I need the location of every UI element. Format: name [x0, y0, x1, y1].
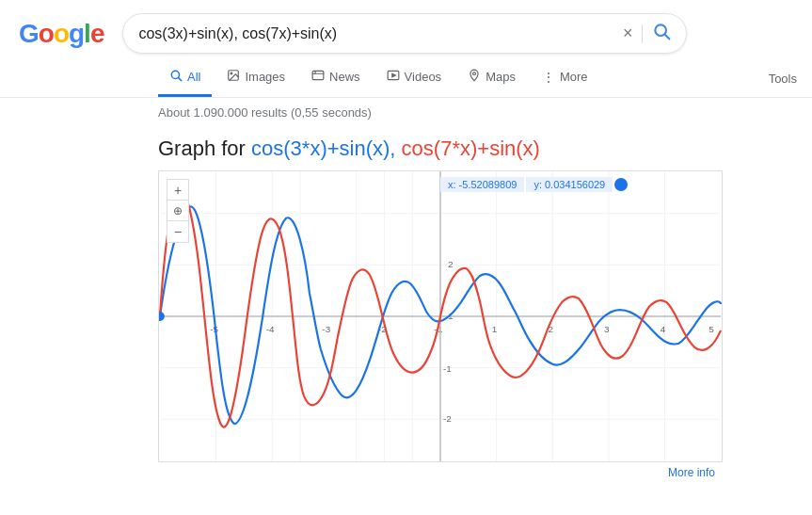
nav-item-maps[interactable]: Maps [456, 59, 527, 97]
svg-text:1: 1 [492, 324, 498, 334]
svg-text:5: 5 [709, 324, 714, 334]
svg-text:2: 2 [448, 259, 454, 269]
tooltip-dot [614, 178, 628, 191]
svg-text:-3: -3 [322, 324, 330, 334]
google-logo: Google [19, 19, 103, 49]
nav-item-videos[interactable]: Videos [375, 59, 454, 97]
search-bar-wrap: × [122, 13, 687, 54]
search-icon [169, 69, 183, 85]
main-content: Graph for cos(3*x)+sin(x), cos(7*x)+sin(… [0, 127, 812, 492]
tools-button[interactable]: Tools [754, 62, 812, 95]
graph-svg: -5 -4 -3 -2 -1 1 2 3 4 5 2 1 -1 -2 [159, 171, 722, 461]
logo-letter-l: l [84, 19, 90, 48]
search-button[interactable] [652, 22, 671, 45]
maps-icon [468, 69, 481, 85]
graph-func2: cos(7*x)+sin(x) [402, 137, 540, 160]
svg-text:-1: -1 [443, 363, 452, 374]
news-icon [311, 69, 325, 85]
nav-bar: All Images News Videos Maps ⋮ More Tools [0, 54, 812, 98]
clear-button[interactable]: × [623, 24, 633, 43]
logo-letter-o2: o [54, 19, 69, 48]
svg-point-11 [473, 72, 476, 75]
search-input[interactable] [138, 25, 613, 42]
graph-title-prefix: Graph for [158, 137, 251, 160]
svg-line-1 [665, 35, 670, 40]
logo-letter-g2: g [69, 19, 84, 48]
nav-label-videos: Videos [405, 70, 442, 84]
nav-label-maps: Maps [486, 70, 516, 84]
images-icon [227, 69, 240, 85]
graph-title: Graph for cos(3*x)+sin(x), cos(7*x)+sin(… [158, 137, 812, 161]
zoom-out-button[interactable]: − [167, 221, 188, 242]
nav-label-more: More [560, 70, 588, 84]
nav-item-images[interactable]: Images [215, 59, 296, 97]
svg-point-5 [231, 72, 233, 74]
svg-text:-4: -4 [266, 324, 275, 334]
svg-text:4: 4 [661, 324, 666, 334]
search-bar: × [122, 13, 687, 54]
graph-controls: + ⊕ − [167, 179, 189, 243]
nav-label-news: News [329, 70, 360, 84]
results-info: About 1.090.000 results (0,55 seconds) [0, 98, 812, 127]
nav-item-news[interactable]: News [300, 59, 372, 97]
nav-item-all[interactable]: All [158, 59, 212, 97]
svg-text:-2: -2 [443, 413, 452, 424]
graph-func1: cos(3*x)+sin(x), [251, 137, 395, 160]
svg-line-3 [179, 78, 182, 81]
pan-button[interactable]: ⊕ [167, 201, 188, 221]
svg-rect-6 [312, 71, 324, 79]
logo-letter-o1: o [39, 19, 54, 48]
nav-item-more[interactable]: ⋮ More [531, 60, 599, 97]
tooltip-y-value: y: 0.034156029 [526, 177, 613, 192]
videos-icon [387, 69, 400, 85]
svg-marker-10 [391, 73, 395, 77]
logo-letter-g: G [19, 19, 39, 48]
logo-letter-e: e [90, 19, 104, 48]
svg-text:3: 3 [604, 324, 610, 334]
graph-tooltip: x: -5.52089809 y: 0.034156029 [440, 177, 628, 192]
header: Google × [0, 0, 812, 54]
more-icon: ⋮ [542, 70, 555, 85]
more-info-link[interactable]: More info [158, 462, 723, 483]
nav-label-images: Images [245, 70, 285, 84]
tooltip-x-value: x: -5.52089809 [440, 177, 524, 192]
nav-label-all: All [187, 70, 200, 84]
divider [642, 24, 643, 43]
graph-container[interactable]: + ⊕ − x: -5.52089809 y: 0.034156029 ▼ [158, 170, 723, 462]
zoom-in-button[interactable]: + [167, 180, 188, 201]
